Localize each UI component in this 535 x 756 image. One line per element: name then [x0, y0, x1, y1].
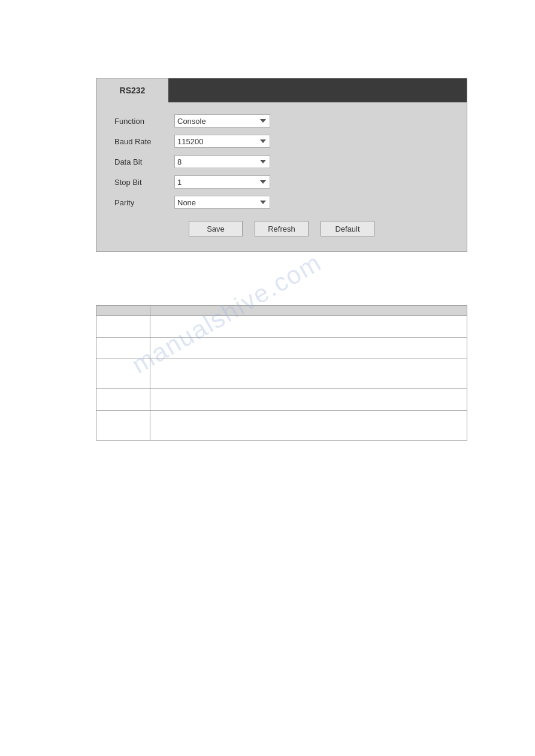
- table-cell: [150, 338, 467, 359]
- data-bit-row: Data Bit 7 8: [114, 155, 449, 168]
- table-row: [96, 359, 467, 389]
- table-cell: [150, 389, 467, 411]
- panel-header-dark: [168, 78, 467, 102]
- data-bit-select[interactable]: 7 8: [174, 155, 270, 168]
- col-header-2: [150, 306, 467, 316]
- function-label: Function: [114, 117, 174, 126]
- rs232-panel: RS232 Function Console Transparent None …: [96, 78, 467, 252]
- save-button[interactable]: Save: [189, 221, 243, 236]
- parity-label: Parity: [114, 198, 174, 207]
- table-cell: [96, 411, 150, 441]
- table-cell: [96, 359, 150, 389]
- data-bit-label: Data Bit: [114, 157, 174, 166]
- default-button[interactable]: Default: [321, 221, 374, 236]
- panel-title: RS232: [96, 78, 168, 102]
- data-table-container: [96, 305, 467, 441]
- table-cell: [150, 411, 467, 441]
- baud-rate-label: Baud Rate: [114, 137, 174, 146]
- parity-select[interactable]: None Odd Even: [174, 196, 270, 209]
- col-header-1: [96, 306, 150, 316]
- table-row: [96, 338, 467, 359]
- table-cell: [150, 316, 467, 338]
- stop-bit-label: Stop Bit: [114, 178, 174, 187]
- table-cell: [96, 389, 150, 411]
- data-table: [96, 305, 467, 441]
- button-row: Save Refresh Default: [114, 221, 449, 236]
- baud-rate-row: Baud Rate 9600 19200 38400 57600 115200: [114, 135, 449, 148]
- stop-bit-row: Stop Bit 1 2: [114, 175, 449, 189]
- table-row: [96, 411, 467, 441]
- parity-row: Parity None Odd Even: [114, 196, 449, 209]
- stop-bit-select[interactable]: 1 2: [174, 175, 270, 189]
- table-cell: [150, 359, 467, 389]
- table-row: [96, 389, 467, 411]
- refresh-button[interactable]: Refresh: [255, 221, 309, 236]
- panel-header: RS232: [96, 78, 467, 102]
- table-cell: [96, 316, 150, 338]
- function-row: Function Console Transparent None: [114, 114, 449, 127]
- panel-body: Function Console Transparent None Baud R…: [96, 102, 467, 251]
- table-cell: [96, 338, 150, 359]
- baud-rate-select[interactable]: 9600 19200 38400 57600 115200: [174, 135, 270, 148]
- function-select[interactable]: Console Transparent None: [174, 114, 270, 127]
- table-row: [96, 316, 467, 338]
